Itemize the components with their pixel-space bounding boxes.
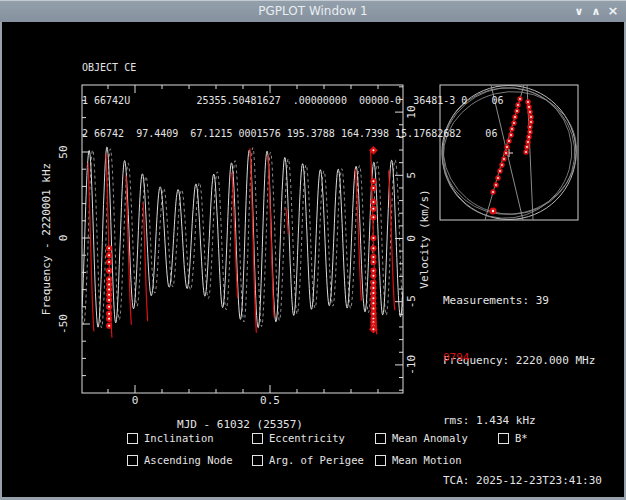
- measurement-point[interactable]: [106, 252, 112, 258]
- sky-track-point: [515, 102, 520, 107]
- measurement-point[interactable]: [106, 268, 112, 274]
- checkbox-box-mean-anomaly[interactable]: [375, 433, 386, 444]
- measurement-point[interactable]: [370, 185, 376, 191]
- y2-tick-label: 0: [405, 235, 418, 242]
- close-icon[interactable]: ×: [606, 3, 620, 18]
- sky-track-point: [503, 150, 508, 155]
- checkbox-box-ascending-node[interactable]: [127, 455, 138, 466]
- y-tick-label: 0: [57, 235, 70, 242]
- x-tick-label: 0.5: [260, 394, 280, 407]
- checkbox-label-ascending-node: Ascending Node: [144, 454, 233, 466]
- fitted-pass-curve: [268, 155, 275, 318]
- measurement-point[interactable]: [370, 199, 376, 205]
- checkbox-mean-anomaly[interactable]: Mean Anomaly: [375, 432, 468, 444]
- y2-tick-label: 5: [405, 172, 418, 179]
- sky-track-point: [527, 129, 532, 134]
- checkbox-box-inclination[interactable]: [127, 433, 138, 444]
- checkbox-eccentricity[interactable]: Eccentricity: [252, 432, 345, 444]
- measurement-point[interactable]: [106, 297, 112, 303]
- sky-track-point: [528, 114, 533, 119]
- sky-track-point: [506, 138, 511, 143]
- measurement-point[interactable]: [370, 273, 376, 279]
- y2-tick-label: -5: [405, 295, 418, 308]
- sky-track-point: [514, 108, 519, 113]
- sky-track-point: [517, 96, 522, 101]
- sky-track-point: [526, 104, 531, 109]
- sky-track-point: [525, 99, 530, 104]
- checkbox-box-eccentricity[interactable]: [252, 433, 263, 444]
- window-border-left: [0, 22, 2, 500]
- tle-line-2: 2 66742 97.4409 67.1215 0001576 195.3788…: [82, 128, 503, 139]
- checkbox-ascending-node[interactable]: Ascending Node: [127, 454, 233, 466]
- maximize-icon[interactable]: ∧: [589, 5, 603, 18]
- measurement-point[interactable]: [370, 245, 376, 251]
- x-axis-title: MJD - 61032 (25357): [177, 418, 303, 431]
- sky-track-point: [511, 120, 516, 125]
- measurement-point[interactable]: [106, 259, 112, 265]
- measurement-point[interactable]: [370, 235, 376, 241]
- sky-track-point: [526, 134, 531, 139]
- x-tick-label: 0: [132, 394, 139, 407]
- sky-track-point: [497, 168, 502, 173]
- fitted-pass-curve: [126, 176, 131, 325]
- checkbox-label-inclination: Inclination: [144, 432, 214, 444]
- pgplot-window: PGPLOT Window 1 ∨ ∧ × OBJECT CE 1 66742U…: [0, 0, 626, 500]
- sky-track-point: [528, 119, 533, 124]
- object-name: OBJECT CE: [82, 62, 503, 73]
- sky-track-point: [527, 124, 532, 129]
- measurement-point[interactable]: [370, 214, 376, 220]
- measurement-point[interactable]: [370, 178, 376, 184]
- sky-track-point: [527, 109, 532, 114]
- sky-track-point: [508, 132, 513, 137]
- y-tick-label: -50: [57, 314, 70, 334]
- sky-track-point: [523, 149, 528, 154]
- measurement-point[interactable]: [370, 206, 376, 212]
- sky-track-point: [499, 162, 504, 167]
- checkbox-label-mean-motion: Mean Motion: [392, 454, 462, 466]
- checkbox-row-2: Ascending NodeArg. of PerigeeMean Motion: [0, 454, 626, 467]
- measurement-point[interactable]: [106, 245, 112, 251]
- y-tick-label: 50: [57, 145, 70, 158]
- sky-track-point: [509, 126, 514, 131]
- y2-tick-label: -10: [405, 355, 418, 375]
- sky-track-point: [490, 189, 495, 194]
- sky-track-point: [504, 144, 509, 149]
- sky-track-point: [524, 144, 529, 149]
- measurements-count: Measurements: 39: [443, 291, 602, 311]
- checkbox-label-b: B*: [515, 432, 528, 444]
- y2-axis-title: Velocity (km/s): [418, 189, 431, 288]
- measurement-point[interactable]: [106, 304, 112, 310]
- checkbox-label-eccentricity: Eccentricity: [269, 432, 345, 444]
- sky-track-point: [489, 207, 496, 214]
- checkbox-b[interactable]: B*: [498, 432, 528, 444]
- checkbox-mean-motion[interactable]: Mean Motion: [375, 454, 462, 466]
- checkbox-box-arg-of-perigee[interactable]: [252, 455, 263, 466]
- tle-line-1: 1 66742U 25355.50481627 .00000000 00000-…: [82, 95, 503, 106]
- measurement-point[interactable]: [106, 316, 112, 322]
- fitted-pass-curve: [232, 172, 238, 298]
- fitted-pass-curve: [143, 203, 147, 321]
- sky-track-point: [493, 182, 498, 187]
- tca-value: TCA: 2025-12-23T23:41:30: [443, 471, 602, 491]
- measurement-point[interactable]: [370, 259, 376, 265]
- minimize-icon[interactable]: ∨: [572, 5, 586, 18]
- tle-header: OBJECT CE 1 66742U 25355.50481627 .00000…: [82, 40, 503, 161]
- checkbox-row-1: InclinationEccentricityMean AnomalyB*: [0, 432, 626, 445]
- checkbox-box-b[interactable]: [498, 433, 509, 444]
- window-title: PGPLOT Window 1: [0, 4, 626, 18]
- checkbox-box-mean-motion[interactable]: [375, 455, 386, 466]
- sky-track-point: [495, 175, 500, 180]
- checkbox-label-mean-anomaly: Mean Anomaly: [392, 432, 468, 444]
- y-axis-title: Frequency - 2220001 kHz: [40, 163, 53, 315]
- sky-track-point: [512, 114, 517, 119]
- rms-value: rms: 1.434 kHz: [443, 411, 602, 431]
- checkbox-label-arg-of-perigee: Arg. of Perigee: [269, 454, 364, 466]
- checkbox-inclination[interactable]: Inclination: [127, 432, 214, 444]
- checkbox-arg-of-perigee[interactable]: Arg. of Perigee: [252, 454, 364, 466]
- fitted-pass-curve: [88, 163, 94, 331]
- site-id: 0794: [443, 351, 470, 364]
- titlebar[interactable]: PGPLOT Window 1 ∨ ∧ ×: [0, 0, 626, 22]
- measurement-point[interactable]: [106, 323, 112, 329]
- sky-track-point: [525, 139, 530, 144]
